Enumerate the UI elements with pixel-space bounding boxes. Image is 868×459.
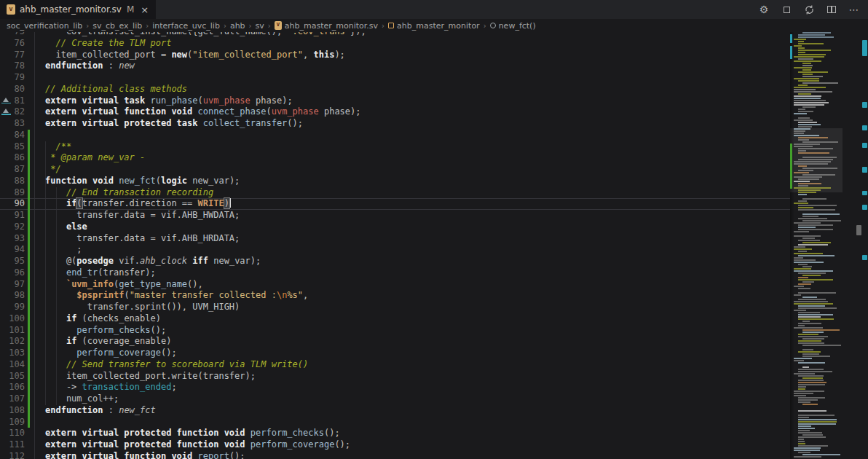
settings-gear-icon[interactable]: ⚙	[757, 3, 770, 16]
code-line[interactable]: 92 else	[0, 221, 790, 233]
code-line[interactable]: 77 item_collected_port = new("item_colle…	[0, 50, 790, 61]
breadcrumb-separator: ›	[86, 22, 89, 30]
code-line[interactable]: 95 @(posedge vif.ahb_clock iff new_var);	[0, 256, 790, 267]
code-line[interactable]: 90 if(transfer.direction == WRITE)	[0, 198, 790, 210]
code-line[interactable]: 110extern virtual protected function voi…	[0, 428, 790, 439]
line-number: 99	[0, 302, 25, 313]
text-cursor	[229, 198, 231, 208]
code-line[interactable]: 109	[0, 417, 790, 428]
code-line[interactable]: 76 // Create the TLM port	[0, 38, 790, 50]
systemverilog-file-icon	[275, 21, 282, 30]
minimap-code-bar	[798, 388, 805, 390]
code-line[interactable]: 104 // Send transfer to scoreboard via T…	[0, 359, 790, 371]
gutter-modified-bar	[28, 267, 30, 279]
minimap-code-bar	[794, 286, 804, 287]
minimap-code-bar	[794, 268, 811, 270]
code-line[interactable]: 106 -> transaction_ended;	[0, 382, 790, 393]
breadcrumb-item[interactable]: ahb	[230, 21, 245, 31]
gutter-modified-bar	[28, 290, 30, 302]
code-text: extern virtual protected function void p…	[45, 428, 340, 439]
code-line[interactable]: 96 end_tr(transfer);	[0, 267, 790, 279]
gutter-modified-bar	[28, 256, 30, 267]
gutter-modified-bar	[28, 130, 30, 141]
minimap-code-bar	[802, 213, 840, 215]
code-line[interactable]: 102 if (coverage_enable)	[0, 336, 790, 348]
run-square-icon[interactable]	[780, 3, 793, 16]
code-line[interactable]: 75 cov_trans.set_inst_name({get_full_nam…	[0, 32, 790, 38]
minimap-code-bar	[798, 277, 808, 278]
code-line[interactable]: 99 transfer.sprint()), UVM_HIGH)	[0, 302, 790, 313]
breadcrumb-item[interactable]: sv	[256, 21, 264, 31]
minimap-code-bar	[794, 327, 823, 329]
minimap-code-bar	[794, 102, 829, 103]
code-line[interactable]: 94 ;	[0, 244, 790, 256]
code-line[interactable]: 83extern virtual protected task collect_…	[0, 118, 790, 130]
code-line[interactable]: 80// Additional class methods	[0, 84, 790, 95]
breadcrumb-item[interactable]: ahb_master_monitor	[388, 21, 480, 31]
line-number: 109	[0, 417, 25, 428]
code-line[interactable]: 112extern virtual function void report()…	[0, 451, 790, 459]
code-line[interactable]: 108endfunction : new_fct	[0, 405, 790, 417]
code-text: endfunction : new	[45, 60, 135, 72]
code-line[interactable]: 98 $psprintf("master transfer collected …	[0, 290, 790, 302]
code-line[interactable]: 85 /**	[0, 141, 790, 153]
minimap-code-bar	[802, 434, 823, 436]
split-editor-icon[interactable]	[825, 3, 838, 16]
minimap-code-bar	[798, 380, 824, 381]
code-text: @(posedge vif.ahb_clock iff new_var);	[45, 256, 261, 267]
code-line[interactable]: 91 transfer.data = vif.AHB_HWDATA;	[0, 210, 790, 221]
code-line[interactable]: 97 `uvm_info(get_type_name(),	[0, 279, 790, 291]
minimap-code-bar	[794, 104, 824, 106]
code-text: transfer.sprint()), UVM_HIGH)	[45, 302, 240, 313]
line-number: 76	[0, 38, 25, 50]
more-actions-icon[interactable]: ⋯	[848, 3, 861, 16]
minimap-code-bar	[798, 369, 824, 370]
code-line[interactable]: 81extern virtual task run_phase(uvm_phas…	[0, 95, 790, 107]
line-number: 77	[0, 50, 25, 61]
code-line[interactable]: 89 // End transaction recording	[0, 187, 790, 199]
line-number: 104	[0, 359, 25, 371]
line-number: 107	[0, 393, 25, 405]
open-changes-icon[interactable]	[802, 3, 816, 16]
breadcrumb-label: ahb_master_monitor	[397, 21, 480, 31]
minimap-code-bar	[798, 375, 824, 377]
code-line[interactable]: 111extern virtual protected function voi…	[0, 439, 790, 451]
code-line[interactable]: 88function void new_fct(logic new_var);	[0, 176, 790, 187]
code-line[interactable]: 82extern virtual function void connect_p…	[0, 106, 790, 118]
minimap-code-bar	[794, 373, 815, 374]
minimap-code-bar	[798, 218, 827, 219]
code-line[interactable]: 100 if (checks_enable)	[0, 313, 790, 325]
breadcrumb-item[interactable]: soc_verification_lib	[7, 21, 82, 31]
code-line[interactable]: 86 * @param new_var -	[0, 152, 790, 164]
code-text: /**	[45, 141, 71, 153]
code-line[interactable]: 105 item_collected_port.write(transfer);	[0, 371, 790, 382]
minimap-change-mark	[790, 46, 792, 59]
tab-close-icon[interactable]: ×	[141, 5, 149, 15]
code-line[interactable]: 103 perform_coverage();	[0, 348, 790, 359]
minimap-code-bar	[794, 294, 801, 296]
code-line[interactable]: 79	[0, 72, 790, 84]
minimap-viewport-slider[interactable]	[790, 128, 843, 192]
tab-ahb-master-monitor[interactable]: ahb_master_monitor.sv M ×	[0, 0, 156, 19]
breadcrumb-item[interactable]: sv_cb_ex_lib	[92, 21, 142, 31]
code-editor[interactable]: 75 cov_trans.set_inst_name({get_full_nam…	[0, 32, 868, 459]
minimap-code-bar	[798, 415, 835, 416]
minimap-code-bar	[794, 222, 821, 224]
minimap[interactable]	[790, 32, 843, 459]
code-line[interactable]: 101 perform_checks();	[0, 325, 790, 337]
breadcrumb-item[interactable]: ahb_master_monitor.sv	[275, 21, 378, 31]
code-line[interactable]: 93 transfer.data = vif.AHB_HRDATA;	[0, 233, 790, 245]
minimap-code-bar	[798, 54, 826, 55]
code-line[interactable]: 87 */	[0, 164, 790, 176]
breadcrumb-item[interactable]: new_fct()	[490, 21, 536, 31]
breadcrumb-label: ahb_master_monitor.sv	[285, 21, 378, 31]
code-text: num_col++;	[45, 393, 119, 405]
code-line[interactable]: 78endfunction : new	[0, 60, 790, 72]
breadcrumb-item[interactable]: interface_uvc_lib	[152, 21, 220, 31]
code-line[interactable]: 84	[0, 130, 790, 141]
code-text: extern virtual function void connect_pha…	[45, 106, 361, 118]
code-line[interactable]: 107 num_col++;	[0, 393, 790, 405]
minimap-code-bar	[798, 452, 810, 453]
minimap-code-bar	[794, 262, 824, 263]
minimap-code-bar	[798, 47, 805, 49]
